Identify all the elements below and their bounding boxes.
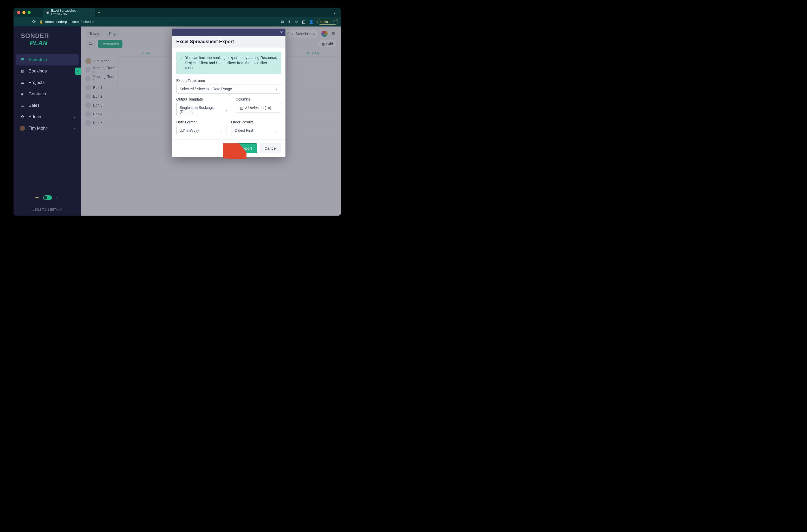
window-menu-icon[interactable]: ⌄ — [333, 11, 337, 15]
bookmark-icon[interactable]: ☆ — [295, 19, 298, 24]
sidebar-item-sales[interactable]: ▭ Sales — [16, 100, 78, 111]
update-button[interactable]: Update⋮ — [317, 19, 338, 25]
sidebar-nav: ☰ Schedule ▦ Bookings ▭ Projects ▣ Conta… — [14, 52, 81, 192]
theme-toggle[interactable] — [43, 195, 52, 200]
field-dateformat: Date Format dd/mm/yyyy ⌄ — [176, 120, 226, 135]
sidebar-item-schedule[interactable]: ☰ Schedule — [16, 54, 78, 65]
sidebar-item-label: Contacts — [29, 92, 46, 97]
maximize-window-button[interactable] — [27, 11, 31, 14]
order-select[interactable]: Oldest First ⌄ — [231, 126, 281, 135]
reload-button[interactable]: ⟳ — [32, 19, 36, 24]
browser-tab[interactable]: ◐ Excel Spreadsheet Export - So… × — [43, 8, 95, 17]
titlebar: ◐ Excel Spreadsheet Export - So… × + ⌄ — [14, 8, 341, 17]
tab-strip: ◐ Excel Spreadsheet Export - So… × + — [43, 8, 331, 17]
sidebar-item-user[interactable]: Tim Mohr › — [16, 122, 78, 134]
export-modal: × Excel Spreadsheet Export i You can lim… — [172, 28, 286, 157]
chevron-down-icon: ⌄ — [275, 87, 278, 91]
favicon-icon: ◐ — [46, 11, 49, 14]
chevron-down-icon: ⌄ — [220, 129, 223, 132]
info-box: i You can limit the bookings exported by… — [176, 52, 281, 74]
contacts-icon: ▣ — [20, 92, 25, 96]
logo-top: SONDER — [21, 32, 74, 39]
close-modal-icon[interactable]: × — [280, 30, 283, 35]
field-template: Output Template Single Line Bookings (De… — [176, 97, 231, 116]
sidebar: SONDER PLAN « ☰ Schedule ▦ Bookings ▭ Pr… — [14, 26, 81, 215]
sidebar-item-contacts[interactable]: ▣ Contacts — [16, 88, 78, 100]
field-order: Order Results Oldest First ⌄ — [231, 120, 281, 135]
version-label: v2023.7.0.1 BETA ⓘ — [14, 203, 81, 215]
logo-bottom: PLAN — [30, 39, 74, 47]
url-path: /schedule — [81, 20, 95, 24]
url-bar[interactable]: 🔒 demo.sonderplan.com/schedule — [39, 20, 277, 24]
sidebar-item-label: Tim Mohr — [29, 126, 47, 131]
chevron-right-icon: › — [74, 127, 75, 130]
sidebar-item-projects[interactable]: ▭ Projects — [16, 77, 78, 88]
cancel-button[interactable]: Cancel — [260, 143, 281, 153]
chevron-down-icon: ⌄ — [275, 129, 278, 132]
modal-title: Excel Spreadsheet Export — [172, 36, 286, 48]
browser-window: ◐ Excel Spreadsheet Export - So… × + ⌄ ←… — [14, 8, 341, 215]
sales-icon: ▭ — [20, 103, 25, 108]
open-external-icon[interactable]: ⧉ — [281, 19, 284, 24]
info-text: You can limit the bookings exported by a… — [185, 55, 277, 71]
sidebar-item-label: Admin — [29, 114, 41, 119]
url-actions: ⧉ ⇧ ☆ ◧ 👤 Update⋮ — [281, 19, 338, 25]
chevron-down-icon: ⌄ — [225, 108, 228, 111]
dateformat-select[interactable]: dd/mm/yyyy ⌄ — [176, 126, 226, 135]
tab-title: Excel Spreadsheet Export - So… — [51, 9, 86, 16]
field-label: Order Results — [231, 120, 281, 124]
close-window-button[interactable] — [17, 11, 20, 14]
chevron-right-icon: › — [74, 115, 75, 119]
columns-icon: ▥ — [240, 106, 243, 110]
sidebar-item-admin[interactable]: ⚙ Admin › — [16, 111, 78, 122]
columns-button[interactable]: ▥ All selected (16) — [236, 103, 281, 113]
admin-icon: ⚙ — [20, 115, 25, 119]
field-label: Output Template — [176, 97, 231, 101]
bookings-icon: ▦ — [20, 69, 25, 74]
new-tab-button[interactable]: + — [98, 10, 100, 15]
traffic-lights — [17, 11, 31, 14]
sidebar-item-label: Schedule — [29, 57, 47, 62]
schedule-icon: ☰ — [20, 57, 25, 62]
projects-icon: ▭ — [20, 80, 25, 85]
field-label: Date Format — [176, 120, 226, 124]
timeframe-select[interactable]: Selected / Viewable Date Range ⌄ — [176, 84, 281, 94]
modal-body: i You can limit the bookings exported by… — [172, 48, 286, 139]
annotation-arrow — [223, 144, 246, 159]
moon-icon: ☾ — [56, 195, 60, 200]
sun-icon: ☀ — [35, 195, 39, 201]
extensions-icon[interactable]: ◧ — [301, 19, 305, 24]
sidebar-item-label: Sales — [29, 103, 40, 108]
sidebar-item-bookings[interactable]: ▦ Bookings — [16, 65, 78, 77]
field-label: Export Timeframe — [176, 78, 281, 82]
logo: SONDER PLAN — [14, 26, 81, 52]
main-content: Today Day 2023 › Default Schedule ⌄ ⚙ — [81, 26, 341, 215]
url-host: demo.sonderplan.com — [45, 20, 79, 24]
svg-line-5 — [225, 146, 241, 154]
template-select[interactable]: Single Line Bookings (Default) ⌄ — [176, 103, 231, 116]
share-icon[interactable]: ⇧ — [288, 19, 291, 24]
avatar-icon — [20, 126, 25, 131]
profile-icon[interactable]: 👤 — [309, 19, 314, 24]
field-timeframe: Export Timeframe Selected / Viewable Dat… — [176, 78, 281, 94]
field-label: Columns — [236, 97, 281, 101]
app-root: SONDER PLAN « ☰ Schedule ▦ Bookings ▭ Pr… — [14, 26, 341, 215]
forward-button[interactable]: → — [24, 19, 29, 24]
collapse-sidebar-button[interactable]: « — [75, 68, 81, 75]
field-columns: Columns ▥ All selected (16) — [236, 97, 281, 116]
minimize-window-button[interactable] — [22, 11, 25, 14]
theme-toggle-row: ☀ ☾ — [14, 192, 81, 203]
info-icon: i — [180, 56, 182, 71]
lock-icon: 🔒 — [39, 20, 43, 24]
sidebar-item-label: Projects — [29, 80, 44, 85]
urlbar-row: ← → ⟳ 🔒 demo.sonderplan.com/schedule ⧉ ⇧… — [14, 17, 341, 26]
modal-header: × — [172, 28, 286, 36]
help-icon[interactable]: ⓘ — [59, 208, 62, 211]
sidebar-item-label: Bookings — [29, 69, 47, 74]
back-button[interactable]: ← — [17, 19, 21, 24]
close-tab-icon[interactable]: × — [90, 11, 92, 15]
